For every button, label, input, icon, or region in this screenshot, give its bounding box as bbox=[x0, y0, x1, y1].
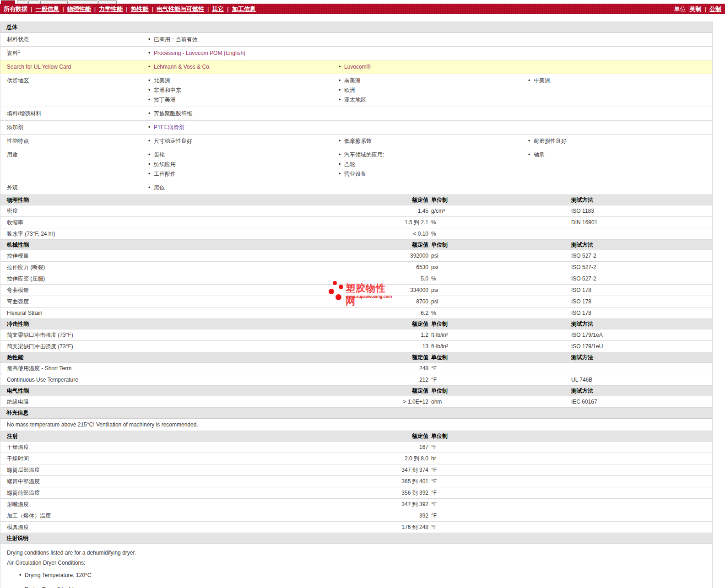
unit-toggle-imperial[interactable]: 英制 bbox=[690, 5, 702, 13]
row-value: 非洲和中东 bbox=[148, 86, 338, 95]
nav-tab-processing-info[interactable]: 加工信息 bbox=[232, 5, 256, 13]
property-unit: hr bbox=[428, 455, 568, 462]
table-row: 模具温度 176 到 248 °F bbox=[0, 522, 712, 533]
section-header-impact: 冲击性能 额定值 单位制 测试方法 bbox=[0, 319, 712, 329]
mini-tab-4[interactable] bbox=[40, 0, 68, 4]
property-unit: ohm bbox=[428, 398, 568, 405]
property-label: 螺筒中部温度 bbox=[0, 478, 257, 485]
property-label: 螺筒后部温度 bbox=[0, 466, 257, 474]
table-row: 螺筒中部温度 365 到 401 °F bbox=[0, 476, 712, 487]
property-unit: °F bbox=[428, 501, 568, 508]
property-value: 347 到 392 bbox=[257, 501, 428, 508]
property-method: ISO 1183 bbox=[568, 207, 712, 215]
property-method bbox=[568, 230, 712, 237]
table-row: 拉伸模量 392000 psi ISO 527-2 bbox=[0, 250, 712, 262]
nav-separator bbox=[227, 5, 228, 12]
nav-tab-physical[interactable]: 物理性能 bbox=[67, 5, 91, 13]
yellow-card-search-link[interactable]: Search for UL Yellow Card bbox=[0, 62, 148, 72]
column-header-value: 额定值 bbox=[257, 432, 428, 440]
property-value: 347 到 374 bbox=[257, 466, 428, 474]
row-label: 填料/增强材料 bbox=[0, 109, 148, 119]
property-method: IEC 60167 bbox=[568, 398, 712, 405]
nav-tab-other[interactable]: 其它 bbox=[212, 5, 224, 13]
top-tab-strip bbox=[0, 0, 725, 4]
brand-link[interactable]: Luvocom® bbox=[338, 62, 528, 72]
nav-tab-mechanical[interactable]: 力学性能 bbox=[99, 5, 123, 13]
unit-toggle-metric[interactable]: 公制 bbox=[709, 5, 721, 13]
watermark-dot-icon bbox=[333, 281, 337, 285]
row-value: 耐磨损性良好 bbox=[528, 136, 712, 146]
table-row: 加工（熔体）温度 392 °F bbox=[0, 510, 712, 522]
property-unit: g/cm³ bbox=[428, 207, 568, 215]
note-line: Drying conditions listed are for a dehum… bbox=[7, 550, 706, 556]
nav-tab-electrical-flammability[interactable]: 电气性能与可燃性 bbox=[157, 5, 204, 13]
nav-separator bbox=[207, 5, 209, 12]
property-value: 356 到 392 bbox=[257, 489, 428, 496]
table-row: 填料/增强材料 芳族聚酰胺纤维 bbox=[0, 107, 712, 121]
watermark-dot-icon bbox=[329, 289, 334, 294]
literature-link[interactable]: Processing - Luvocom POM (English) bbox=[148, 49, 338, 58]
watermark-url: www.sujiaowuxing.com bbox=[346, 294, 392, 299]
row-value: 中美洲 bbox=[528, 76, 712, 86]
column-header-value: 额定值 bbox=[257, 196, 428, 204]
row-value: 汽车领域的应用: bbox=[338, 150, 528, 160]
mini-tab-2[interactable] bbox=[17, 0, 27, 4]
property-unit: psi bbox=[428, 264, 568, 271]
mini-tab-5[interactable] bbox=[69, 0, 97, 4]
property-unit: % bbox=[428, 275, 568, 282]
additive-link[interactable]: PTFE润滑剂 bbox=[148, 123, 338, 132]
nav-tab-all-data[interactable]: 所有数据 bbox=[4, 5, 27, 13]
property-value: 248 bbox=[257, 365, 428, 372]
property-label: 加工（熔体）温度 bbox=[0, 512, 257, 519]
row-value: 轴承 bbox=[528, 150, 712, 160]
property-value: 2.0 到 8.0 bbox=[257, 455, 428, 462]
property-label: 弯曲模量 bbox=[0, 286, 257, 294]
section-header-supplemental: 补充信息 bbox=[0, 408, 712, 419]
table-row: Flexural Strain 6.2 % ISO 178 bbox=[0, 307, 712, 319]
mini-tab-3[interactable] bbox=[28, 0, 39, 4]
property-label: 收缩率 bbox=[0, 219, 257, 226]
row-value: 拉丁美洲 bbox=[148, 95, 338, 105]
property-unit: % bbox=[428, 309, 568, 317]
property-method: ISO 179/1eA bbox=[568, 331, 712, 339]
property-unit: psi bbox=[428, 298, 568, 305]
property-unit: °F bbox=[428, 478, 568, 485]
property-label: Continuous Use Temperature bbox=[0, 376, 257, 383]
note-bullet: Drying Temperature: 120°C bbox=[19, 571, 706, 580]
property-value: 176 到 248 bbox=[257, 523, 428, 531]
column-header-unit: 单位制 bbox=[428, 432, 568, 440]
nav-separator bbox=[126, 5, 127, 12]
property-label: 射嘴温度 bbox=[0, 501, 257, 508]
property-value: 167 bbox=[257, 443, 428, 451]
property-value: 13 bbox=[257, 343, 428, 350]
property-method: DIN 16901 bbox=[568, 219, 712, 226]
nav-tab-thermal[interactable]: 热性能 bbox=[131, 5, 149, 13]
property-unit: ft·lb/in² bbox=[428, 343, 568, 350]
property-unit: psi bbox=[428, 286, 568, 294]
property-value: 6530 bbox=[257, 264, 428, 271]
row-label: 外观 bbox=[0, 183, 148, 193]
nav-separator bbox=[152, 5, 153, 12]
column-header-unit: 单位制 bbox=[428, 354, 568, 361]
column-header-value: 额定值 bbox=[257, 320, 428, 328]
table-row: 简支梁缺口冲击强度 (73°F) 1.2 ft·lb/in² ISO 179/1… bbox=[0, 329, 712, 341]
property-label: 模具温度 bbox=[0, 523, 257, 531]
section-header-injection-notes: 注射说明 bbox=[0, 533, 712, 544]
nav-tab-general-info[interactable]: 一般信息 bbox=[35, 5, 59, 13]
property-method: ISO 178 bbox=[568, 286, 712, 294]
property-unit: °F bbox=[428, 512, 568, 519]
property-method: ISO 527-2 bbox=[568, 275, 712, 282]
row-value: 已商用：当前有效 bbox=[148, 35, 338, 44]
supplier-link[interactable]: Lehmann & Voss & Co. bbox=[148, 62, 338, 72]
property-label: 拉伸应力 (断裂) bbox=[0, 264, 257, 271]
nav-separator bbox=[94, 5, 96, 12]
table-row: 外观 黑色 bbox=[0, 181, 712, 195]
column-header-method: 测试方法 bbox=[568, 354, 712, 361]
table-row: 密度 1.45 g/cm³ ISO 1183 bbox=[0, 205, 712, 217]
mini-tab-active[interactable] bbox=[1, 0, 15, 4]
watermark-dot-icon bbox=[339, 285, 343, 289]
row-value: 亚太地区 bbox=[338, 95, 528, 105]
column-header-unit: 单位制 bbox=[428, 196, 568, 204]
mini-tab-6[interactable] bbox=[98, 0, 117, 4]
property-unit: % bbox=[428, 219, 568, 226]
